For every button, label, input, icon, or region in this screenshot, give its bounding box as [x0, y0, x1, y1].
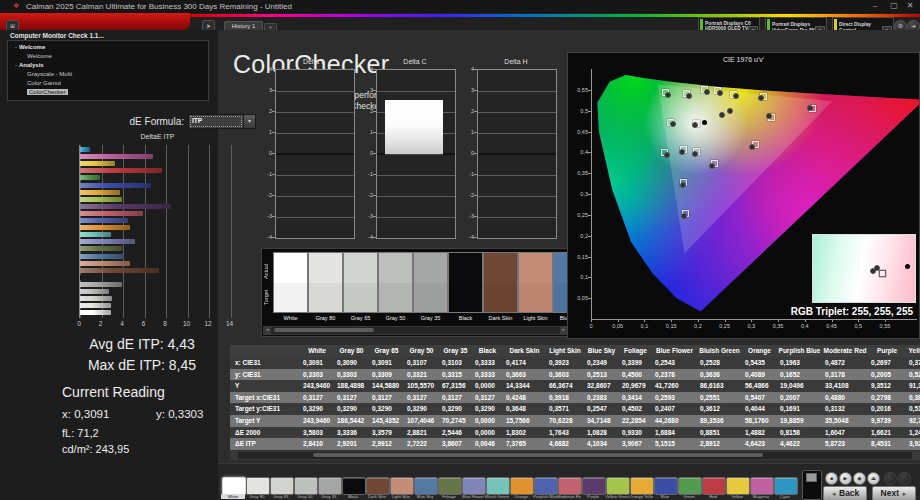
tree-collapse-icon[interactable]: -: [15, 44, 17, 50]
patch-orange-yellow[interactable]: [630, 477, 654, 495]
patch-yellow[interactable]: [726, 477, 750, 495]
axis-tick: [832, 319, 833, 322]
patch-gray-50[interactable]: [294, 477, 318, 495]
de-formula-select[interactable]: ITP ▾: [188, 114, 256, 129]
swatch-scrollbar[interactable]: ◄►: [263, 326, 568, 335]
table-cell: 0,3132: [822, 403, 868, 415]
deltae-bar-blue: [80, 183, 151, 188]
patch-light-skin[interactable]: [390, 477, 414, 495]
table-cell: 1,2434: [906, 427, 920, 439]
table-cell: 144,5880: [369, 380, 404, 392]
sidebar-item-colorchecker[interactable]: ColorChecker: [8, 88, 208, 97]
swatch-scrollbar-thumb[interactable]: [274, 328, 374, 332]
axis-tick: [474, 153, 477, 154]
record-button[interactable]: ◉: [853, 472, 866, 485]
table-cell: 5,8723: [822, 438, 868, 450]
patch-cyan[interactable]: [774, 477, 798, 495]
patch-gray-80[interactable]: [246, 477, 270, 495]
swatch-dark-skin[interactable]: [483, 252, 518, 313]
deltae-bar-yellow-green: [80, 197, 122, 202]
patch-black[interactable]: [342, 477, 366, 495]
patch-label: White: [221, 494, 245, 499]
sidebar-item-analysis[interactable]: -Analysis: [8, 61, 208, 70]
patch-magenta[interactable]: [750, 477, 774, 495]
next-button[interactable]: Next ►: [872, 486, 916, 500]
gridline: [478, 133, 556, 134]
table-scrollbar-thumb[interactable]: [313, 453, 763, 457]
sidebar-item-welcome[interactable]: Welcome: [8, 52, 208, 61]
scroll-left-icon[interactable]: [231, 452, 238, 459]
patch-label: Foliage: [437, 494, 461, 499]
patch-blue-sky[interactable]: [414, 477, 438, 495]
patch-label: Red: [701, 494, 725, 499]
patch-foliage[interactable]: [438, 477, 462, 495]
table-cell: 9,9739: [868, 415, 906, 427]
swatch-gray-65[interactable]: [343, 252, 378, 313]
row-label: x: CIE31: [230, 357, 300, 369]
table-cell: 0,5407: [742, 392, 777, 404]
swatch-gray-50[interactable]: [378, 252, 413, 313]
table-cell: 0,2513: [584, 369, 619, 381]
patch-purplish-blue[interactable]: [534, 477, 558, 495]
patch-purple[interactable]: [582, 477, 606, 495]
swatch-gray-80[interactable]: [308, 252, 343, 313]
scroll-right-icon[interactable]: ►: [560, 327, 567, 334]
maximize-button[interactable]: ▢: [888, 1, 900, 10]
axis-tick: [272, 195, 275, 196]
table-cell: 0,4044: [742, 403, 777, 415]
column-header: Gray 50: [404, 345, 439, 357]
swatch-gray-35[interactable]: [413, 252, 448, 313]
swatch-black[interactable]: [448, 252, 483, 313]
sidebar-item-color-gamut[interactable]: Color Gamut: [8, 79, 208, 88]
table-scrollbar[interactable]: [230, 451, 920, 460]
gridline: [478, 91, 556, 92]
minimize-button[interactable]: –: [869, 1, 881, 10]
patch-yellow-green[interactable]: [606, 477, 630, 495]
patch-orange[interactable]: [510, 477, 534, 495]
patch-bluish-green[interactable]: [486, 477, 510, 495]
calman-logo-bar: ❖ calman ▾: [0, 13, 190, 30]
swatch-white[interactable]: [273, 252, 308, 313]
patch-blue-flower[interactable]: [462, 477, 486, 495]
scroll-left-icon[interactable]: ◄: [264, 327, 271, 334]
patch-label: Purple: [581, 494, 605, 499]
delta-l-chart: [275, 69, 355, 239]
patch-gray-35[interactable]: [318, 477, 342, 495]
gridline: [231, 145, 232, 318]
patch-blue[interactable]: [654, 477, 678, 495]
deltae-bar-blue-sky: [80, 254, 124, 259]
patch-white[interactable]: [222, 477, 246, 495]
back-button[interactable]: ◄ Back: [823, 486, 867, 500]
table-cell: 0,3648: [503, 403, 546, 415]
sidebar-item-label: Grayscale - Multi: [27, 71, 72, 77]
table-cell: 89,3536: [697, 415, 742, 427]
table-cell: 22,2854: [619, 415, 652, 427]
scroll-right-icon[interactable]: [912, 452, 919, 459]
stop-button[interactable]: ■: [825, 472, 838, 485]
patch-gray-65[interactable]: [270, 477, 294, 495]
sidebar-item-welcome[interactable]: -Welcome: [8, 43, 208, 52]
sidebar-item-grayscale-multi[interactable]: Grayscale - Multi: [8, 70, 208, 79]
column-header: Blue Sky: [584, 345, 619, 357]
patch-green[interactable]: [678, 477, 702, 495]
cie-measured-point: [680, 182, 686, 188]
table-cell: 0,3918: [546, 392, 584, 404]
axis-tick-label: 0: [581, 323, 601, 329]
close-button[interactable]: ✕: [904, 1, 916, 10]
tree-collapse-icon[interactable]: -: [15, 62, 17, 68]
chevron-down-icon[interactable]: ▾: [243, 115, 255, 128]
swatch-light-skin[interactable]: [518, 252, 553, 313]
table-cell: 20,9679: [619, 380, 652, 392]
patch-red[interactable]: [702, 477, 726, 495]
table-cell: 1,8302: [503, 427, 546, 439]
patch-label: Bluish Green: [485, 494, 509, 499]
eject-button[interactable]: ⏏: [867, 472, 880, 485]
table-cell: 1,6884: [652, 427, 697, 439]
patch-moderate-red[interactable]: [558, 477, 582, 495]
patch-dark-skin[interactable]: [366, 477, 390, 495]
table-cell: 1,0828: [584, 427, 619, 439]
table-cell: 0,3091: [369, 357, 404, 369]
deltae-bar-foliage: [80, 246, 122, 251]
current-y: y: 0,3303: [156, 408, 203, 420]
play-button[interactable]: ▶: [839, 472, 852, 485]
